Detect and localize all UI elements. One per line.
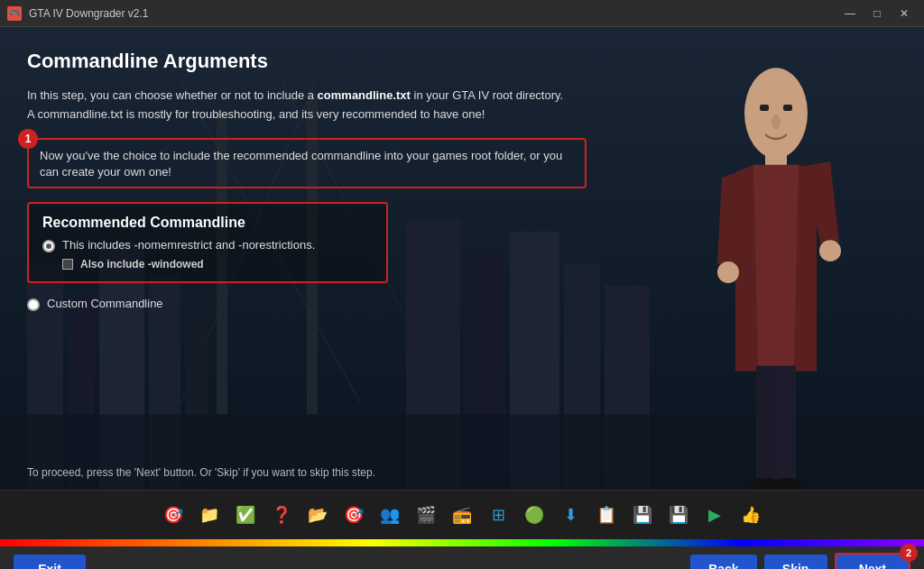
radio-options-section: Recommended Commandline This includes -n… [27, 202, 388, 283]
back-button[interactable]: Back [690, 555, 756, 569]
toolbar-icon-4[interactable]: ❓ [265, 499, 298, 531]
section-title: Recommended Commandline [42, 215, 373, 231]
rainbow-bar [0, 539, 924, 546]
main-content: Commandline Arguments In this step, you … [0, 27, 924, 490]
svg-rect-26 [760, 105, 769, 111]
maximize-button[interactable]: □ [864, 5, 890, 23]
toolbar-icon-3[interactable]: ✅ [229, 499, 262, 531]
icon-toolbar: 🎯 📁 ✅ ❓ 📂 🎯 👥 🎬 📻 ⊞ 🟢 ⬇ 📋 💾 💾 ▶ 👍 [0, 490, 924, 539]
toolbar-icon-7[interactable]: 👥 [374, 499, 406, 531]
toolbar-icon-5[interactable]: 📂 [301, 499, 334, 531]
toolbar-icon-12[interactable]: ⬇ [554, 499, 587, 531]
toolbar-icon-2[interactable]: 📁 [193, 499, 226, 531]
svg-rect-23 [778, 366, 796, 484]
skip-button[interactable]: Skip [764, 555, 827, 569]
toolbar-icon-9[interactable]: 📻 [446, 499, 478, 531]
toolbar-icon-1[interactable]: 🎯 [157, 499, 189, 531]
windowed-option: Also include -windowed [62, 258, 373, 271]
footer-hint: To proceed, press the 'Next' button. Or … [27, 466, 375, 479]
checkbox-windowed[interactable] [62, 259, 73, 270]
toolbar-icon-11[interactable]: 🟢 [518, 499, 550, 531]
toolbar-icon-14[interactable]: 💾 [626, 499, 659, 531]
right-buttons: Back Skip 2 Next [690, 553, 910, 569]
toolbar-icon-8[interactable]: 🎬 [410, 499, 442, 531]
exit-button[interactable]: Exit [14, 555, 86, 569]
page-title: Commandline Arguments [27, 50, 605, 73]
app-icon: 🎮 [7, 6, 22, 21]
instruction-box: 1 Now you've the choice to include the r… [27, 138, 587, 188]
svg-point-28 [772, 115, 781, 130]
toolbar-icon-6[interactable]: 🎯 [337, 499, 370, 531]
svg-point-17 [744, 68, 808, 158]
instruction-text: Now you've the choice to include the rec… [40, 149, 562, 179]
svg-point-20 [819, 240, 841, 262]
custom-commandline-option[interactable]: Custom Commandline [27, 297, 605, 311]
toolbar-icon-13[interactable]: 📋 [590, 499, 623, 531]
titlebar: 🎮 GTA IV Downgrader v2.1 — □ ✕ [0, 0, 924, 27]
recommended-option[interactable]: This includes -nomemrestrict and -norest… [42, 238, 373, 252]
svg-point-19 [717, 262, 739, 283]
radio-recommended[interactable] [42, 240, 55, 252]
windowed-label: Also include -windowed [80, 258, 204, 271]
titlebar-left: 🎮 GTA IV Downgrader v2.1 [7, 6, 149, 21]
toolbar-icon-15[interactable]: 💾 [662, 499, 695, 531]
close-button[interactable]: ✕ [892, 5, 917, 23]
next-button[interactable]: Next [835, 553, 910, 569]
intro-paragraph: In this step, you can choose whether or … [27, 87, 587, 124]
custom-label: Custom Commandline [47, 297, 163, 310]
recommended-label: This includes -nomemrestrict and -norest… [62, 238, 315, 252]
radio-custom[interactable] [27, 298, 40, 311]
toolbar-icon-17[interactable]: 👍 [735, 499, 767, 531]
step1-badge: 1 [18, 129, 38, 149]
svg-rect-27 [783, 105, 792, 111]
minimize-button[interactable]: — [837, 5, 863, 23]
window-controls: — □ ✕ [837, 5, 917, 23]
step2-badge: 2 [900, 544, 918, 562]
toolbar-icon-16[interactable]: ▶ [698, 499, 731, 531]
window-title: GTA IV Downgrader v2.1 [29, 7, 149, 20]
toolbar-icon-10[interactable]: ⊞ [482, 499, 514, 531]
svg-rect-22 [756, 366, 774, 484]
content-panel: Commandline Arguments In this step, you … [0, 27, 632, 490]
next-button-wrapper: 2 Next [835, 553, 910, 569]
button-bar: Exit Back Skip 2 Next [0, 546, 924, 569]
